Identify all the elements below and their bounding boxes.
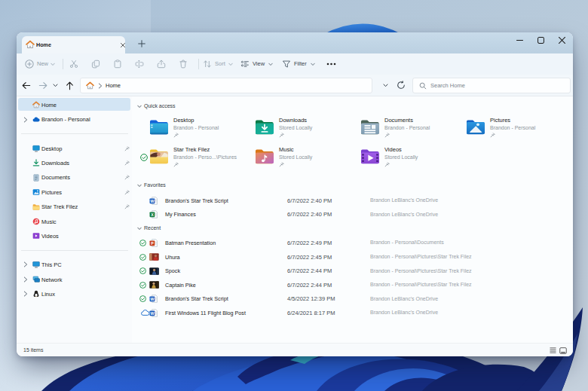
svg-text:P: P [151,240,154,245]
svg-text:W: W [150,297,154,301]
svg-text:W: W [150,198,154,203]
svg-text:W: W [150,310,154,315]
svg-text:X: X [151,212,154,217]
